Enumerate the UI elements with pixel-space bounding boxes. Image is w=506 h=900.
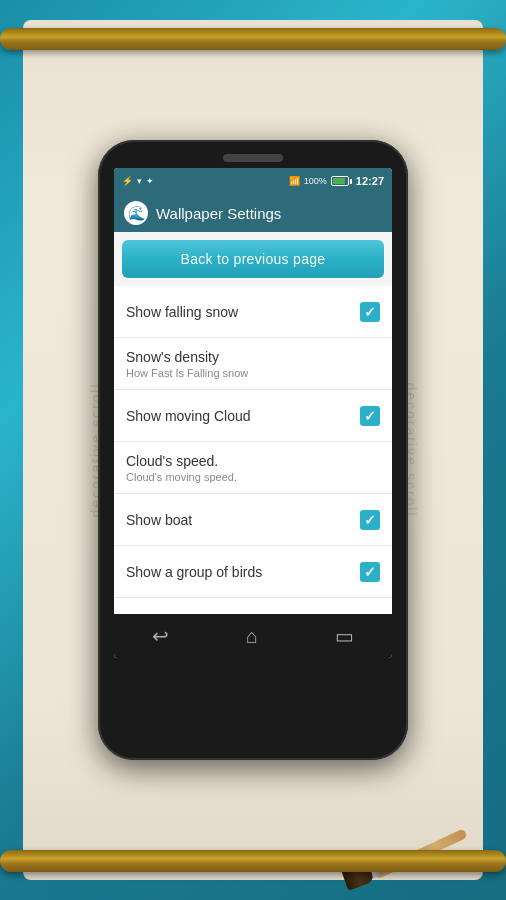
checkmark-icon: ✓ [364,513,376,527]
nav-home-icon[interactable]: ⌂ [246,625,258,648]
checkbox[interactable]: ✓ [360,302,380,322]
settings-row-left: Cloud's speed.Cloud's moving speed. [126,453,380,483]
nav-recents-icon[interactable]: ▭ [335,624,354,648]
settings-row[interactable]: Show boat✓ [114,494,392,546]
settings-row-left: Show moving Cloud [126,408,360,424]
settings-row-left: Show falling snow [126,304,360,320]
checkbox[interactable]: ✓ [360,406,380,426]
settings-row-title: Show moving Cloud [126,408,360,424]
phone-screen: ⚡ ▾ ✦ 📶 100% 12:27 🌊 Wallpape [114,168,392,658]
app-title: Wallpaper Settings [156,205,281,222]
settings-row[interactable]: Cloud's speed.Cloud's moving speed. [114,442,392,494]
checkmark-icon: ✓ [364,409,376,423]
settings-row-title: Show boat [126,512,360,528]
back-button-label: Back to previous page [181,251,326,267]
settings-row-left: Snow's densityHow Fast Is Falling snow [126,349,380,379]
navigation-bar: ↩ ⌂ ▭ [114,614,392,658]
battery-icon [331,176,352,186]
settings-row[interactable]: Show falling snow✓ [114,286,392,338]
phone-speaker [223,154,283,162]
settings-row-title: Snow's density [126,349,380,365]
settings-row[interactable]: Show a group of birds✓ [114,546,392,598]
back-to-previous-button[interactable]: Back to previous page [122,240,384,278]
settings-row-subtitle: How Fast Is Falling snow [126,367,380,379]
app-bar: 🌊 Wallpaper Settings [114,194,392,232]
settings-row-left: Show a group of birds [126,564,360,580]
settings-row-title: Show falling snow [126,304,360,320]
settings-row-subtitle: Cloud's moving speed. [126,471,380,483]
checkbox[interactable]: ✓ [360,562,380,582]
status-icons-left: ⚡ ▾ ✦ [122,176,154,186]
phone-frame: ⚡ ▾ ✦ 📶 100% 12:27 🌊 Wallpape [98,140,408,760]
usb-icon: ⚡ [122,176,133,186]
app-icon-symbol: 🌊 [128,205,145,221]
bluetooth-icon: ✦ [146,176,154,186]
settings-row[interactable]: Show moving birds✓ [114,598,392,614]
content-area: Back to previous page Show falling snow✓… [114,232,392,614]
nav-back-icon[interactable]: ↩ [152,624,169,648]
app-icon: 🌊 [124,201,148,225]
settings-row-title: Cloud's speed. [126,453,380,469]
wifi-icon: ▾ [137,176,142,186]
settings-row-left: Show boat [126,512,360,528]
status-right: 📶 100% 12:27 [289,175,384,187]
checkmark-icon: ✓ [364,305,376,319]
checkmark-icon: ✓ [364,565,376,579]
checkbox[interactable]: ✓ [360,510,380,530]
battery-percent: 100% [304,176,327,186]
signal-icon: 📶 [289,176,300,186]
settings-row[interactable]: Show moving Cloud✓ [114,390,392,442]
settings-row-title: Show a group of birds [126,564,360,580]
settings-row[interactable]: Snow's densityHow Fast Is Falling snow [114,338,392,390]
status-bar: ⚡ ▾ ✦ 📶 100% 12:27 [114,168,392,194]
settings-list: Show falling snow✓Snow's densityHow Fast… [114,286,392,614]
status-time: 12:27 [356,175,384,187]
scroll-rod-top [0,28,506,50]
scroll-rod-bottom [0,850,506,872]
